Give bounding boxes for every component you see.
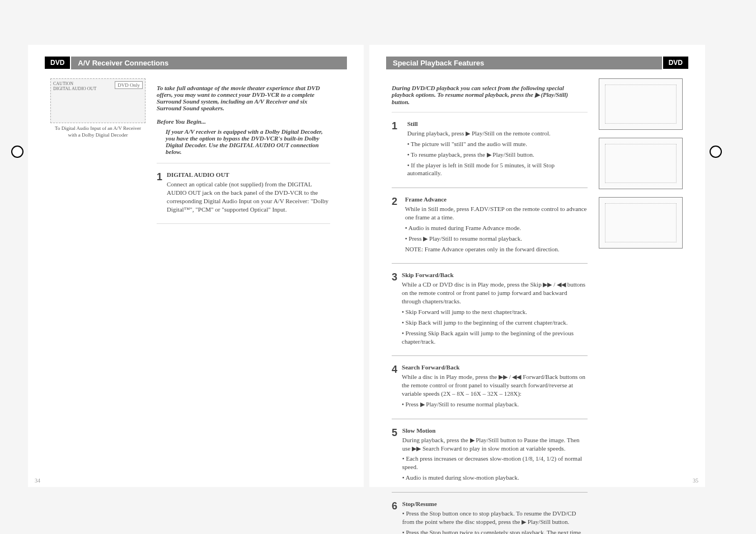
step-bullet: NOTE: Frame Advance operates only in the…	[405, 245, 588, 254]
step-bullet: • Press the Stop button twice to complet…	[402, 528, 588, 534]
step-1: 1 DIGITAL AUDIO OUT Connect an optical c…	[157, 171, 330, 216]
divider	[392, 355, 588, 356]
step-heading: Skip Forward/Back	[402, 271, 588, 278]
step-number: 3	[392, 271, 397, 348]
step-bullet: • Press the Stop button once to stop pla…	[402, 509, 588, 526]
step-heading: Search Forward/Back	[402, 364, 588, 371]
feature-skip: 3 Skip Forward/Back While a CD or DVD di…	[392, 271, 588, 348]
remote-diagram-1	[599, 78, 683, 130]
before-heading: Before You Begin...	[157, 118, 330, 125]
manual-left-page: DVD A/V Receiver Connections DVD Only CA…	[28, 45, 364, 487]
divider	[392, 188, 588, 188]
binder-hole	[710, 146, 722, 158]
divider	[392, 112, 588, 113]
step-heading: Slow Motion	[402, 427, 588, 434]
step-number: 1	[157, 171, 162, 216]
page-title: A/V Receiver Connections	[71, 57, 347, 69]
feature-still: 1 Still During playback, press ▶ Play/St…	[392, 120, 588, 180]
step-text: Connect an optical cable (not supplied) …	[167, 180, 330, 213]
step-number: 6	[392, 500, 398, 534]
step-bullet: • Audio is muted during Frame Advance mo…	[405, 224, 588, 232]
step-text: While a CD or DVD disc is in Play mode, …	[402, 280, 588, 306]
divider	[157, 223, 330, 224]
divider	[392, 492, 588, 493]
remote-diagram-3	[599, 197, 683, 249]
page-number: 35	[693, 477, 698, 484]
step-bullet: • Press ▶ Play/Still to resume normal pl…	[402, 400, 588, 409]
page-header: Special Playback Features DVD	[386, 56, 688, 69]
step-number: 1	[392, 120, 403, 180]
step-heading: Stop/Resume	[402, 500, 588, 507]
feature-slow-motion: 5 Slow Motion During playback, press the…	[392, 427, 588, 484]
divider	[392, 419, 588, 419]
intro-text: To take full advantage of the movie thea…	[157, 85, 330, 111]
feature-search: 4 Search Forward/Back While a disc is in…	[392, 364, 588, 410]
section-tag: DVD	[45, 57, 70, 69]
step-text: While in Still mode, press F.ADV/STEP on…	[405, 205, 588, 222]
intro-text: During DVD/CD playback you can select fr…	[392, 85, 588, 105]
remote-diagram-2	[599, 138, 683, 189]
step-bullet: • Skip Back will jump to the beginning o…	[402, 318, 588, 327]
binder-hole	[11, 146, 24, 158]
step-bullet: • Each press increases or decreases slow…	[402, 455, 588, 471]
step-number: 5	[392, 427, 398, 484]
step-text: While a disc is in Play mode, press the …	[402, 373, 588, 398]
before-note: If your A/V receiver is equipped with a …	[166, 128, 330, 155]
divider	[392, 263, 588, 264]
page-number: 34	[35, 477, 40, 484]
step-heading: DIGITAL AUDIO OUT	[167, 171, 330, 178]
step-bullet: • Pressing Skip Back again will jump to …	[402, 329, 588, 346]
rear-panel-diagram: DVD Only CAUTION DIGITAL AUDIO OUT	[50, 78, 145, 123]
divider	[157, 163, 330, 163]
step-bullet: • Audio is muted during slow-motion play…	[402, 474, 588, 482]
diagram-caption: To Digital Audio Input of an A/V Receive…	[50, 125, 145, 138]
step-heading: Still	[407, 120, 588, 127]
feature-frame-advance: 2 Frame Advance While in Still mode, pre…	[392, 196, 588, 255]
step-bullet: • Skip Forward will jump to the next cha…	[402, 308, 588, 316]
step-bullet: • To resume playback, press the ▶ Play/S…	[407, 151, 588, 159]
feature-stop-resume: 6 Stop/Resume • Press the Stop button on…	[392, 500, 588, 534]
step-text: During playback, press the ▶ Play/Still …	[402, 436, 588, 453]
step-number: 2	[392, 196, 401, 255]
step-bullet: • The picture will "still" and the audio…	[407, 140, 588, 148]
page-title: Special Playback Features	[386, 57, 662, 69]
manual-right-page: Special Playback Features DVD During DVD…	[369, 45, 705, 487]
step-bullet: • If the player is left in Still mode fo…	[407, 161, 588, 178]
step-text: During playback, press ▶ Play/Still on t…	[407, 129, 588, 138]
step-number: 4	[392, 364, 397, 410]
page-header: DVD A/V Receiver Connections	[45, 56, 347, 69]
step-bullet: • Press ▶ Play/Still to resume normal pl…	[405, 235, 588, 243]
section-tag: DVD	[663, 57, 688, 69]
step-heading: Frame Advance	[405, 196, 588, 203]
